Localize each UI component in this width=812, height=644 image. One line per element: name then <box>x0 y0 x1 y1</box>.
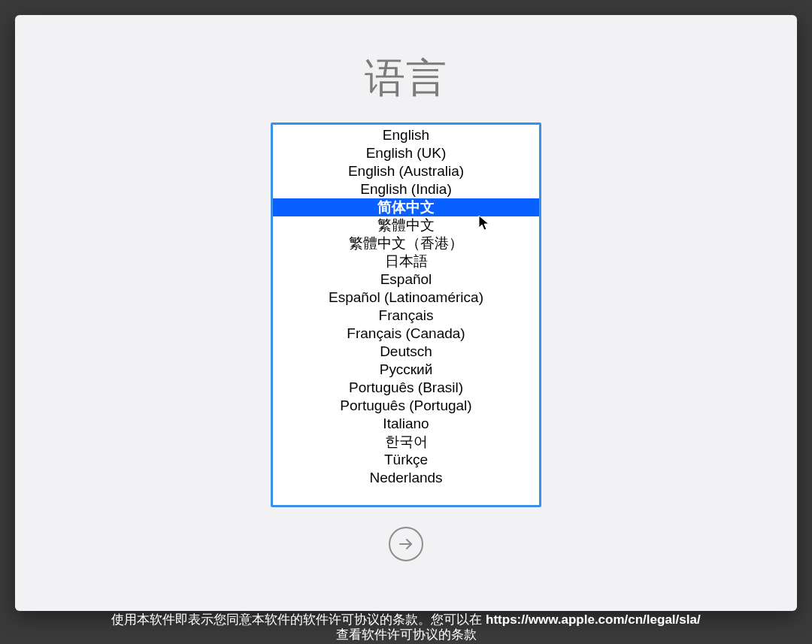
language-option[interactable]: 繁體中文 <box>273 216 539 234</box>
setup-assistant-window: 语言 EnglishEnglish (UK)English (Australia… <box>15 15 797 611</box>
language-option[interactable]: English (UK) <box>273 144 539 162</box>
page-title: 语言 <box>365 51 447 106</box>
license-text-prefix: 使用本软件即表示您同意本软件的软件许可协议的条款。您可以在 <box>111 612 486 627</box>
language-option[interactable]: English (India) <box>273 180 539 198</box>
language-option[interactable]: English (Australia) <box>273 162 539 180</box>
license-footer: 使用本软件即表示您同意本软件的软件许可协议的条款。您可以在 https://ww… <box>0 612 812 642</box>
license-url: https://www.apple.com/cn/legal/sla/ <box>486 612 701 627</box>
language-option[interactable]: Deutsch <box>273 343 539 361</box>
language-option[interactable]: English <box>273 126 539 144</box>
language-option[interactable]: Português (Brasil) <box>273 379 539 397</box>
language-option[interactable]: 한국어 <box>273 433 539 451</box>
continue-button[interactable] <box>389 527 423 561</box>
language-option[interactable]: Português (Portugal) <box>273 397 539 415</box>
language-option[interactable]: 日本語 <box>273 252 539 271</box>
license-text-line2: 查看软件许可协议的条款 <box>336 627 477 642</box>
language-option[interactable]: 繁體中文（香港） <box>273 234 539 252</box>
language-option[interactable]: Français (Canada) <box>273 325 539 343</box>
language-option[interactable]: 简体中文 <box>273 198 539 216</box>
language-option[interactable]: Español (Latinoamérica) <box>273 289 539 307</box>
language-option[interactable]: Nederlands <box>273 469 539 487</box>
language-listbox[interactable]: EnglishEnglish (UK)English (Australia)En… <box>271 122 541 507</box>
arrow-right-icon <box>397 535 415 553</box>
language-list-scroll[interactable]: EnglishEnglish (UK)English (Australia)En… <box>273 125 539 505</box>
language-option[interactable]: Türkçe <box>273 451 539 469</box>
language-option[interactable]: Français <box>273 307 539 325</box>
language-option[interactable]: Русский <box>273 361 539 379</box>
language-option[interactable]: Italiano <box>273 415 539 433</box>
language-option[interactable]: Español <box>273 271 539 289</box>
